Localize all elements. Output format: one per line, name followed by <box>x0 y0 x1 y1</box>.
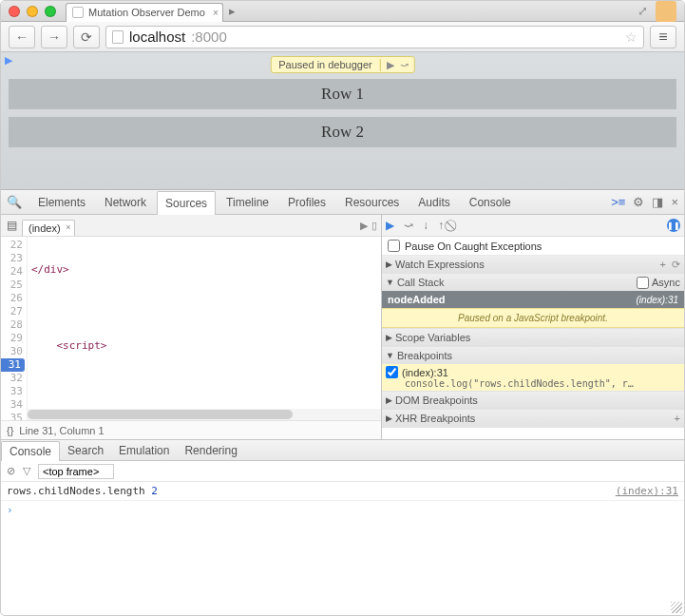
page-icon <box>72 7 84 18</box>
forward-button[interactable]: → <box>41 26 67 48</box>
drawer-icon[interactable]: >≡ <box>611 195 625 209</box>
navigator-icon[interactable]: ▤ <box>1 219 22 236</box>
scope-section-header[interactable]: ▶ Scope Variables <box>382 329 684 346</box>
console-message: rows.childNodes.length 2 (index):31 <box>1 482 684 501</box>
drawer-tab-emulation[interactable]: Emulation <box>111 440 177 460</box>
step-out-icon[interactable]: ↑ <box>438 219 444 232</box>
run-snippet-icon[interactable]: ▶ <box>360 220 368 232</box>
url-host: localhost <box>129 29 185 45</box>
call-frame[interactable]: nodeAdded (index):31 <box>382 291 684 308</box>
filter-icon[interactable]: ▽ <box>23 465 30 477</box>
fullscreen-icon[interactable]: ⤢ <box>637 4 648 18</box>
content-row: Row 2 <box>9 117 676 147</box>
window-titlebar: Mutation Observer Demo × ▸ ⤢ <box>1 1 684 22</box>
gutter[interactable]: 22232425262728293031323334353637 <box>1 237 28 420</box>
maximize-icon[interactable] <box>45 6 56 17</box>
search-icon[interactable]: 🔍 <box>7 195 22 209</box>
chevron-down-icon: ▼ <box>386 278 394 287</box>
browser-tab[interactable]: Mutation Observer Demo × <box>66 3 223 22</box>
dom-breakpoints-header[interactable]: ▶ DOM Breakpoints <box>382 392 684 409</box>
resize-handle[interactable] <box>671 602 682 613</box>
page-icon <box>112 30 124 44</box>
chevron-down-icon: ▼ <box>386 351 394 360</box>
chevron-right-icon: ▶ <box>386 333 392 342</box>
devtools-tabstrip: 🔍 Elements Network Sources Timeline Prof… <box>1 190 684 215</box>
pause-on-caught-row[interactable]: Pause On Caught Exceptions <box>382 237 684 256</box>
tab-console[interactable]: Console <box>461 190 520 214</box>
close-icon[interactable]: × <box>66 222 70 232</box>
menu-button[interactable]: ≡ <box>650 26 676 48</box>
clear-icon[interactable]: ⊘ <box>7 465 15 477</box>
drawer-tab-rendering[interactable]: Rendering <box>177 440 244 460</box>
address-bar[interactable]: localhost:8000 ☆ <box>105 26 644 48</box>
new-tab-button[interactable]: ▸ <box>229 4 236 18</box>
drawer-tab-search[interactable]: Search <box>60 440 111 460</box>
minimize-icon[interactable] <box>27 6 38 17</box>
chevron-right-icon: ▶ <box>386 395 392 405</box>
tab-elements[interactable]: Elements <box>29 190 94 214</box>
debugger-toolbar: ▶ ⤻ ↓ ↑ ⃠ ❚❚ <box>382 215 684 237</box>
breakpoint-checkbox[interactable] <box>386 366 398 378</box>
code-editor[interactable]: 22232425262728293031323334353637 </div> … <box>1 237 381 420</box>
traffic-lights <box>9 6 56 17</box>
extension-icon[interactable] <box>656 1 676 22</box>
chevron-right-icon: ▶ <box>386 414 392 423</box>
console-prompt[interactable]: › <box>1 501 684 519</box>
code-content: </div> <script> var rows = document.quer… <box>28 237 381 420</box>
editor-pane: ▤ (index) × ▶ ▯ 222324252627282930313233… <box>1 215 382 439</box>
step-over-icon[interactable]: ⤻ <box>400 59 409 71</box>
tab-resources[interactable]: Resources <box>336 190 408 214</box>
pause-exceptions-icon[interactable]: ❚❚ <box>667 219 680 232</box>
braces-icon[interactable]: {} <box>7 425 13 436</box>
console-output: rows.childNodes.length 2 (index):31 › <box>1 482 684 519</box>
cursor-position: Line 31, Column 1 <box>19 425 104 436</box>
tab-sources[interactable]: Sources <box>157 191 216 215</box>
tab-network[interactable]: Network <box>96 190 155 214</box>
toggle-sidebar-icon[interactable]: ▯ <box>371 220 377 232</box>
back-button[interactable]: ← <box>9 26 35 48</box>
resume-icon[interactable]: ▶ <box>386 219 394 232</box>
pause-reason: Paused on a JavaScript breakpoint. <box>382 308 684 328</box>
sources-panel: ▤ (index) × ▶ ▯ 222324252627282930313233… <box>1 215 684 440</box>
horizontal-scrollbar[interactable] <box>28 409 381 420</box>
context-select[interactable]: <top frame> <box>38 464 114 479</box>
watch-section-header[interactable]: ▶ Watch Expressions +⟳ <box>382 256 684 273</box>
dock-icon[interactable]: ◨ <box>652 195 663 209</box>
drawer-tab-console[interactable]: Console <box>1 441 60 461</box>
breakpoint-item[interactable]: (index):31 console.log("rows.childNodes.… <box>382 364 684 391</box>
file-tab[interactable]: (index) × <box>22 220 75 236</box>
gear-icon[interactable]: ⚙ <box>633 195 644 209</box>
reload-button[interactable]: ⟳ <box>73 26 100 48</box>
breakpoints-section-header[interactable]: ▼ Breakpoints <box>382 347 684 364</box>
overlay-resume-icon[interactable]: ▶ <box>5 54 12 67</box>
step-over-icon[interactable]: ⤻ <box>404 219 413 232</box>
close-icon[interactable]: × <box>671 195 678 209</box>
xhr-breakpoints-header[interactable]: ▶ XHR Breakpoints + <box>382 410 684 427</box>
tab-timeline[interactable]: Timeline <box>218 190 277 214</box>
file-name: (index) <box>29 222 61 234</box>
drawer-tabstrip: Console Search Emulation Rendering <box>1 440 684 461</box>
console-toolbar: ⊘ ▽ <top frame> <box>1 461 684 482</box>
message-source-link[interactable]: (index):31 <box>616 485 678 497</box>
refresh-icon[interactable]: ⟳ <box>672 259 680 271</box>
callstack-section-header[interactable]: ▼ Call Stack Async <box>382 274 684 291</box>
add-icon[interactable]: + <box>660 259 666 271</box>
close-icon[interactable]: × <box>213 8 219 18</box>
debugger-sidebar: ▶ ⤻ ↓ ↑ ⃠ ❚❚ Pause On Caught Exceptions … <box>382 215 684 439</box>
step-into-icon[interactable]: ↓ <box>423 219 428 232</box>
add-icon[interactable]: + <box>675 413 680 424</box>
pause-banner: Paused in debugger ▶ ⤻ <box>270 56 414 73</box>
page-viewport: ▶ Paused in debugger ▶ ⤻ Row 1 Row 2 <box>1 52 684 190</box>
url-port: :8000 <box>191 29 227 45</box>
async-checkbox[interactable] <box>637 277 649 289</box>
tab-audits[interactable]: Audits <box>409 190 458 214</box>
resume-icon[interactable]: ▶ <box>387 59 394 71</box>
pause-message: Paused in debugger <box>271 59 379 70</box>
browser-toolbar: ← → ⟳ localhost:8000 ☆ ≡ <box>1 22 684 52</box>
pause-on-caught-checkbox[interactable] <box>388 240 400 252</box>
tab-profiles[interactable]: Profiles <box>279 190 334 214</box>
chevron-right-icon: ▶ <box>386 260 392 269</box>
file-tabstrip: ▤ (index) × ▶ ▯ <box>1 215 381 237</box>
close-icon[interactable] <box>9 6 20 17</box>
bookmark-icon[interactable]: ☆ <box>625 29 637 45</box>
